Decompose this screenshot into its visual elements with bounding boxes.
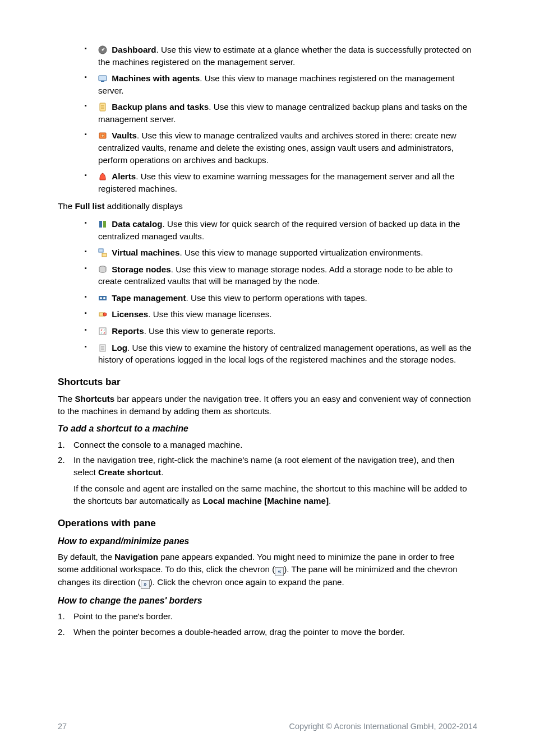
item-title: Vaults [112, 131, 137, 140]
item-text: . Use this view manage licenses. [148, 309, 271, 319]
text: . [329, 496, 331, 505]
item-title: Machines with agents [112, 73, 200, 83]
bullet-icon: ▪ [85, 264, 87, 273]
bullet-icon: ▪ [85, 44, 87, 53]
svg-point-16 [100, 297, 102, 299]
bullet-icon: ▪ [85, 326, 87, 335]
tape-mgmt-icon [98, 294, 107, 303]
data-catalog-icon [98, 220, 107, 229]
bullet-icon: ▪ [85, 342, 87, 351]
list-item: ▪ Storage nodes. Use this view to manage… [58, 263, 477, 287]
item-text: . Use this view to manage centralized va… [98, 131, 456, 164]
item-title: Dashboard [112, 45, 156, 54]
bullet-icon: ▪ [85, 219, 87, 228]
log-icon [98, 344, 107, 353]
item-text: . Use this view to manage supported virt… [180, 248, 423, 257]
expand-minimize-paragraph: By default, the Navigation pane appears … [58, 551, 477, 589]
dashboard-icon [98, 45, 107, 54]
list-item: ▪ Backup plans and tasks. Use this view … [58, 101, 477, 125]
item-title: Licenses [112, 309, 148, 319]
change-borders-heading: How to change the panes' borders [58, 595, 477, 607]
full-list-intro: The Full list additionally displays [58, 200, 477, 212]
copyright-text: Copyright © Acronis International GmbH, … [289, 721, 477, 732]
bullet-icon: ▪ [85, 309, 87, 318]
svg-rect-13 [102, 253, 107, 257]
svg-point-19 [103, 313, 107, 316]
add-shortcut-heading: To add a shortcut to a machine [58, 423, 477, 435]
list-item: ▪ Log. Use this view to examine the hist… [58, 342, 477, 366]
list-item: ▪ Tape management. Use this view to perf… [58, 292, 477, 304]
text: The [58, 201, 75, 211]
svg-rect-3 [101, 81, 104, 82]
page-number: 27 [58, 721, 67, 732]
item-title: Virtual machines [112, 248, 179, 257]
step-text: When the pointer becomes a double-headed… [73, 627, 405, 637]
item-title: Tape management [112, 293, 186, 303]
svg-text:✓: ✓ [100, 331, 103, 335]
add-shortcut-steps: Connect the console to a managed machine… [58, 439, 477, 507]
chevron-left-icon: « [275, 567, 284, 576]
step-continuation: If the console and agent are installed o… [73, 483, 477, 507]
svg-rect-2 [99, 76, 107, 81]
text-bold: Navigation [114, 552, 158, 562]
item-text: . Use this view to examine warning messa… [98, 171, 454, 193]
chevron-right-icon: » [141, 580, 150, 589]
page-footer: 27 Copyright © Acronis International Gmb… [58, 721, 477, 732]
list-item: ▪ Licenses. Use this view manage license… [58, 308, 477, 321]
list-item: ▪ Vaults. Use this view to manage centra… [58, 129, 477, 166]
step-text: Point to the pane's border. [73, 611, 173, 621]
item-title: Alerts [112, 171, 136, 181]
item-title: Log [112, 343, 127, 353]
shortcuts-bar-heading: Shortcuts bar [58, 375, 477, 388]
list-item: ▪ ✗✓✓✗ Reports. Use this view to generat… [58, 325, 477, 337]
item-title: Data catalog [112, 219, 162, 229]
virtual-machines-icon [98, 248, 107, 257]
list-item: ▪ Machines with agents. Use this view to… [58, 72, 477, 96]
text: The [58, 394, 75, 403]
text: ). Click the chevron once again to expan… [150, 577, 344, 587]
svg-rect-12 [99, 249, 103, 252]
list-item: ▪ Dashboard. Use this view to estimate a… [58, 44, 477, 68]
expand-minimize-heading: How to expand/minimize panes [58, 535, 477, 548]
bullet-icon: ▪ [85, 101, 87, 110]
text-bold: Shortcuts [75, 394, 114, 403]
bullet-icon: ▪ [85, 73, 87, 82]
licenses-icon [98, 310, 107, 319]
bullet-icon: ▪ [85, 130, 87, 139]
reports-icon: ✗✓✓✗ [98, 327, 107, 336]
list-item: Connect the console to a managed machine… [58, 439, 477, 451]
storage-nodes-icon [98, 265, 107, 274]
text: bar appears under the navigation tree. I… [58, 394, 471, 416]
text: additionally displays [105, 201, 183, 211]
bullet-icon: ▪ [85, 293, 87, 302]
svg-point-9 [102, 134, 104, 137]
text-bold: Local machine [Machine name] [202, 496, 329, 505]
short-list: ▪ Dashboard. Use this view to estimate a… [58, 44, 477, 194]
text-bold: Full list [75, 201, 104, 211]
step-text: Connect the console to a managed machine… [73, 440, 242, 449]
list-item: In the navigation tree, right-click the … [58, 454, 477, 507]
svg-text:✗: ✗ [103, 331, 105, 335]
bullet-icon: ▪ [85, 171, 87, 180]
vaults-icon [98, 131, 107, 140]
svg-point-17 [103, 297, 105, 299]
change-borders-steps: Point to the pane's border. When the poi… [58, 610, 477, 638]
list-item: ▪ Alerts. Use this view to examine warni… [58, 170, 477, 194]
text: By default, the [58, 552, 114, 562]
full-list: ▪ Data catalog. Use this view for quick … [58, 218, 477, 366]
item-text: . Use this view to perform operations wi… [186, 293, 367, 303]
text-bold: Create shortcut [98, 467, 161, 477]
item-title: Storage nodes [112, 265, 171, 274]
text: . [161, 467, 163, 477]
item-title: Backup plans and tasks [112, 102, 209, 112]
item-text: . Use this view to examine the history o… [98, 343, 472, 365]
svg-rect-11 [103, 221, 106, 228]
machines-agents-icon [98, 74, 107, 83]
list-item: ▪ Data catalog. Use this view for quick … [58, 218, 477, 242]
svg-point-1 [102, 49, 104, 51]
list-item: Point to the pane's border. [58, 610, 477, 623]
bullet-icon: ▪ [85, 247, 87, 256]
list-item: When the pointer becomes a double-headed… [58, 626, 477, 638]
item-title: Reports [112, 326, 144, 336]
list-item: ▪ Virtual machines. Use this view to man… [58, 247, 477, 259]
